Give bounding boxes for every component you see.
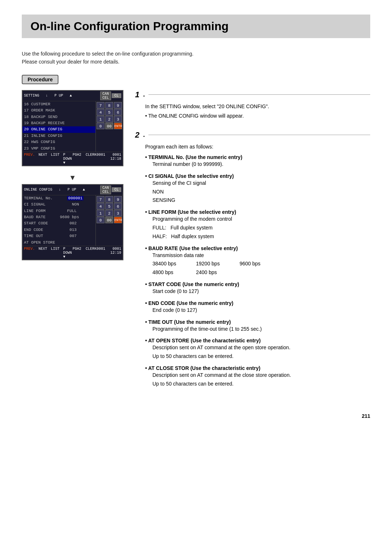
page-title-bar: On-line Configuration Programming: [22, 15, 370, 38]
screen1-row-4: 20 ONLINE CONFIG: [23, 126, 95, 133]
screen1-num: 0001: [113, 153, 121, 157]
screen2-row-timeout: TIME OUT 007: [23, 233, 95, 239]
pdown-btn[interactable]: P DOWN ▼: [63, 153, 73, 165]
screen1-list: 16 CUSTOMER 17 ORDER MASK 18 BACKUP SEND…: [23, 101, 95, 152]
key-7[interactable]: 7: [97, 102, 105, 109]
can-btn2[interactable]: CANCEL: [100, 186, 111, 194]
key-6[interactable]: 6: [114, 109, 122, 115]
bullet-cisignal-content: Sensing of the CI signal NON SENSING: [145, 179, 370, 205]
screen1-row-2: 18 BACKUP SEND: [23, 114, 95, 120]
lf-line1: Programming of the modem control: [152, 215, 370, 224]
lf-line3: HALF: Half duplex system: [152, 232, 370, 241]
screen1-row-7: 23 VMP CONFIG: [23, 146, 95, 152]
screen1-row-1: 17 ORDER MASK: [23, 107, 95, 114]
screen1-controls: CANCEL CL: [100, 91, 121, 100]
screen1-footer: PREV. NEXT LIST P DOWN ▼ PGH2 CLERK0001 …: [23, 152, 123, 166]
screen1-row-5: 21 INLINE CONFIG: [23, 133, 95, 139]
screen1-body: 16 CUSTOMER 17 ORDER MASK 18 BACKUP SEND…: [23, 101, 123, 152]
bullet-timeout-content: Programming of the time-out time (1 to 2…: [145, 325, 370, 334]
key2-4[interactable]: 4: [97, 203, 105, 209]
key2-2[interactable]: 2: [105, 210, 113, 216]
key2-6[interactable]: 6: [114, 203, 122, 209]
bullet-atclosestore-title: • AT CLOSE STOR (Use the characteristic …: [145, 365, 370, 371]
next-btn[interactable]: NEXT: [38, 153, 47, 165]
key-0[interactable]: 0: [97, 123, 105, 129]
bullet-terminal: • TERMINAL No. (Use the numeric entry) T…: [145, 154, 370, 169]
bullet-baudrate-title: • BAUD RATE (Use the selective entry): [145, 245, 370, 251]
key2-5[interactable]: 5: [105, 203, 113, 209]
screen2-pgn: PGH2 CLERK0001: [73, 247, 105, 251]
key2-7[interactable]: 7: [97, 196, 105, 203]
bullet-endcode-content: End code (0 to 127): [145, 306, 370, 315]
key2-1[interactable]: 1: [97, 210, 105, 216]
main-content: SETTING ↓ P UP ▲ CANCEL CL 16 CUSTOMER 1…: [22, 90, 370, 399]
bullet-endcode: • END CODE (Use the numeric entry) End c…: [145, 300, 370, 315]
key-3[interactable]: 3: [114, 116, 122, 122]
bullet-startcode-content: Start code (0 to 127): [145, 287, 370, 296]
screen1-row-3: 19 BACKUP RECEIVE: [23, 120, 95, 126]
lf-line2: FULL: Full duplex system: [152, 224, 370, 232]
bullet-terminal-title: • TERMINAL No. (Use the numeric entry): [145, 154, 370, 160]
key2-entr[interactable]: ENTR: [114, 217, 122, 223]
page-number: 211: [22, 413, 370, 419]
kp-row2: 4 5 6: [97, 109, 122, 115]
screen2-row-baud: BAUD RATE 9600 bps: [23, 214, 95, 220]
screen2-row-ci: CI SIGNAL NON: [23, 201, 95, 208]
screen1-keypad: 7 8 9 4 5 6 1 2 3 0: [95, 101, 123, 152]
bullet-timeout-title: • TIME OUT (Use the numeric entry): [145, 319, 370, 325]
next-btn2[interactable]: NEXT: [38, 247, 47, 259]
key-1[interactable]: 1: [97, 116, 105, 122]
list-btn2[interactable]: LIST: [51, 247, 60, 259]
key-entr[interactable]: ENTR: [114, 123, 122, 129]
kp-row3: 1 2 3: [97, 116, 122, 122]
key2-3[interactable]: 3: [114, 210, 122, 216]
screen2-row-start: START CODE 002: [23, 220, 95, 227]
prev-btn[interactable]: PREV.: [24, 153, 35, 165]
can-btn[interactable]: CANCEL: [100, 91, 111, 100]
screen1-row-6: 22 HWS CONFIG: [23, 139, 95, 145]
key-9[interactable]: 9: [114, 102, 122, 109]
baud-5: 2400 bps: [196, 268, 240, 277]
screen2-footer-right: PGH2 CLERK0001 0001 12:19: [73, 247, 121, 259]
step1-text: In the SETTING window, select "20 ONLINE…: [145, 102, 370, 110]
key2-00[interactable]: 00: [105, 217, 113, 223]
key-5[interactable]: 5: [105, 109, 113, 115]
screen1-footer-right: PGH2 CLERK0001 0001 12:18: [73, 153, 121, 165]
key-8[interactable]: 8: [105, 102, 113, 109]
step2-number: 2: [135, 130, 139, 140]
right-column: 1 . In the SETTING window, select "20 ON…: [135, 90, 370, 399]
intro-line2: Please consult your dealer for more deta…: [22, 58, 370, 66]
screen2-controls: CANCEL CL: [100, 186, 121, 194]
bullet-baudrate-content: Transmission data rate 38400 bps 19200 b…: [145, 251, 370, 277]
list-btn[interactable]: LIST: [51, 153, 60, 165]
bullet-terminal-content: Terminal number (0 to 999999).: [145, 160, 370, 169]
baud-intro: Transmission data rate: [152, 251, 370, 260]
step2-intro: Program each item as follows:: [145, 143, 370, 151]
bullet-startcode: • START CODE (Use the numeric entry) Sta…: [145, 281, 370, 296]
cl-btn2[interactable]: CL: [112, 187, 121, 192]
screen1-pgn: PGH2 CLERK0001: [73, 153, 105, 157]
key2-9[interactable]: 9: [114, 196, 122, 203]
key2-8[interactable]: 8: [105, 196, 113, 203]
bullet-lineform-title: • LINE FORM (Use the selective entry): [145, 209, 370, 215]
screen2-topbar: ONLINE CONFIG ↓ P UP ▲ CANCEL CL: [23, 185, 123, 195]
key-4[interactable]: 4: [97, 109, 105, 115]
kp2-row1: 7 8 9: [97, 196, 122, 203]
step2: 2 . Program each item as follows: • TERM…: [135, 130, 370, 388]
key-00[interactable]: 00: [105, 123, 113, 129]
bullet-cisignal: • CI SIGNAL (Use the selective entry) Se…: [145, 173, 370, 205]
prev-btn2[interactable]: PREV.: [24, 247, 35, 259]
kp2-row2: 4 5 6: [97, 203, 122, 209]
bullet-cisignal-title: • CI SIGNAL (Use the selective entry): [145, 173, 370, 179]
bullet-atclosestore: • AT CLOSE STOR (Use the characteristic …: [145, 365, 370, 388]
kp2-row3: 1 2 3: [97, 210, 122, 216]
cl-btn[interactable]: CL: [112, 93, 121, 98]
key2-0[interactable]: 0: [97, 217, 105, 223]
ci-line3: SENSING: [152, 196, 370, 205]
screen2-row-terminal: TERMINAL No. 000001: [23, 195, 95, 201]
bullet-atclosestore-content: Description sent on AT command at the cl…: [145, 371, 370, 388]
pdown-btn2[interactable]: P DOWN ▼: [63, 247, 73, 259]
screen1-title: SETTING ↓ P UP ▲: [24, 94, 72, 98]
key-2[interactable]: 2: [105, 116, 113, 122]
baud-grid: 38400 bps 19200 bps 9600 bps 4800 bps 24…: [152, 260, 370, 277]
